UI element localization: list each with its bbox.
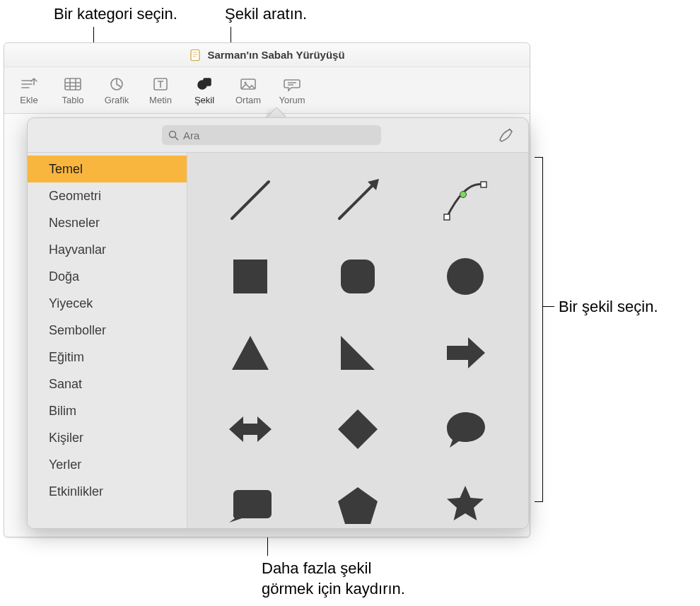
shape-quote-bubble[interactable] — [207, 471, 293, 528]
popover-arrow — [266, 107, 286, 117]
toolbar-media[interactable]: Ortam — [228, 71, 269, 112]
sidebar-item-yiyecek[interactable]: Yiyecek — [28, 290, 187, 317]
draw-shape-icon[interactable] — [497, 126, 515, 144]
sidebar-item-label: Kişiler — [49, 431, 83, 445]
svg-rect-9 — [444, 214, 450, 220]
shape-speech-bubble[interactable] — [422, 395, 508, 464]
shape-pentagon[interactable] — [315, 471, 401, 528]
shape-arrow-right[interactable] — [422, 318, 508, 388]
toolbar-label: Tablo — [62, 95, 83, 105]
toolbar-label: Ortam — [235, 95, 261, 105]
sidebar-item-label: Nesneler — [49, 216, 100, 231]
search-input[interactable]: Ara — [162, 125, 381, 145]
sidebar-item-label: Eğitim — [49, 350, 84, 365]
sidebar-item-sanat[interactable]: Sanat — [28, 371, 187, 397]
shape-circle[interactable] — [422, 242, 508, 311]
sidebar-item-label: Sanat — [49, 377, 82, 392]
sidebar-item-label: Temel — [49, 162, 83, 177]
shape-rounded-square[interactable] — [315, 242, 401, 311]
shape-diamond[interactable] — [315, 395, 401, 464]
toolbar-insert[interactable]: Ekle — [8, 71, 49, 112]
svg-rect-0 — [191, 49, 199, 60]
sidebar-item-label: Yerler — [49, 458, 81, 472]
toolbar-label: Ekle — [20, 95, 37, 105]
insert-icon — [20, 76, 38, 92]
sidebar-item-nesneler[interactable]: Nesneler — [28, 209, 187, 236]
sidebar-item-hayvanlar[interactable]: Hayvanlar — [28, 236, 187, 263]
sidebar-item-semboller[interactable]: Semboller — [28, 317, 187, 344]
sidebar-item-label: Doğa — [49, 269, 79, 284]
svg-point-11 — [460, 192, 467, 198]
callout-search-shape: Şekil aratın. — [225, 4, 307, 25]
window-title: Sarman'ın Sabah Yürüyüşü — [207, 49, 344, 61]
svg-rect-10 — [481, 182, 486, 187]
sidebar-item-label: Semboller — [49, 323, 106, 338]
sidebar-item-temel[interactable]: Temel — [28, 156, 187, 182]
popover-header: Ara — [28, 118, 528, 152]
shape-curve[interactable] — [422, 165, 508, 235]
sidebar-item-label: Yiyecek — [49, 296, 93, 311]
shape-star[interactable] — [422, 471, 508, 528]
toolbar-table[interactable]: Tablo — [52, 71, 93, 112]
shape-right-triangle[interactable] — [315, 318, 401, 388]
popover-body: Temel Geometri Nesneler Hayvanlar Doğa Y… — [28, 152, 528, 528]
callout-choose-category: Bir kategori seçin. — [54, 4, 177, 25]
toolbar-label: Metin — [149, 95, 172, 105]
document-icon — [189, 49, 202, 62]
sidebar-item-yerler[interactable]: Yerler — [28, 451, 187, 478]
sidebar-item-bilim[interactable]: Bilim — [28, 397, 187, 424]
shape-line[interactable] — [207, 165, 293, 235]
callout-bracket — [535, 157, 543, 502]
shape-icon — [195, 76, 214, 92]
sidebar-item-label: Bilim — [49, 404, 76, 419]
sidebar-item-egitim[interactable]: Eğitim — [28, 344, 187, 371]
sidebar-item-label: Etkinlikler — [49, 484, 103, 499]
search-icon — [168, 129, 179, 141]
window-titlebar: Sarman'ın Sabah Yürüyüşü — [4, 43, 530, 67]
toolbar-shape[interactable]: Şekil — [184, 71, 225, 112]
chart-icon — [107, 76, 126, 92]
toolbar-text[interactable]: Metin — [140, 71, 181, 112]
toolbar-label: Grafik — [105, 95, 129, 105]
svg-rect-12 — [233, 260, 267, 293]
svg-rect-1 — [65, 78, 81, 90]
toolbar-label: Şekil — [194, 95, 214, 105]
svg-point-14 — [447, 258, 484, 295]
search-placeholder: Ara — [183, 129, 199, 141]
category-sidebar: Temel Geometri Nesneler Hayvanlar Doğa Y… — [28, 153, 187, 528]
shape-arrow-line[interactable] — [315, 165, 401, 235]
shape-arrow-bidirectional[interactable] — [207, 395, 293, 464]
table-icon — [64, 76, 82, 92]
toolbar-label: Yorum — [279, 95, 305, 105]
sidebar-item-label: Geometri — [49, 189, 101, 204]
svg-rect-5 — [204, 78, 211, 86]
shape-triangle[interactable] — [207, 318, 293, 388]
sidebar-item-geometri[interactable]: Geometri — [28, 182, 187, 209]
media-icon — [239, 76, 257, 92]
sidebar-item-doga[interactable]: Doğa — [28, 263, 187, 290]
sidebar-item-label: Hayvanlar — [49, 243, 106, 257]
toolbar-comment[interactable]: Yorum — [272, 71, 313, 112]
sidebar-item-kisiler[interactable]: Kişiler — [28, 424, 187, 451]
callout-line — [543, 306, 554, 307]
callout-scroll-more: Daha fazla şekil görmek için kaydırın. — [262, 559, 405, 599]
shape-grid[interactable] — [187, 153, 528, 528]
text-icon — [151, 76, 170, 92]
shape-square[interactable] — [207, 242, 293, 311]
svg-rect-13 — [341, 260, 375, 293]
svg-point-8 — [170, 132, 176, 138]
shapes-popover: Ara Temel Geometri Nesneler Hayvanlar Do… — [27, 117, 529, 529]
toolbar-chart[interactable]: Grafik — [96, 71, 137, 112]
comment-icon — [283, 76, 301, 92]
sidebar-item-etkinlikler[interactable]: Etkinlikler — [28, 478, 187, 505]
callout-choose-shape: Bir şekil seçin. — [559, 297, 658, 317]
